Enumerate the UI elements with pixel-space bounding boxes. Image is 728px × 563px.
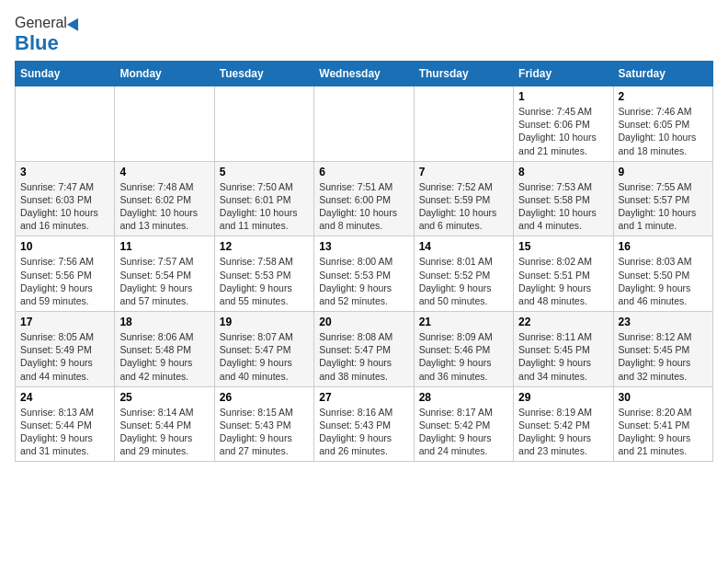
calendar-header: SundayMondayTuesdayWednesdayThursdayFrid… bbox=[16, 62, 713, 86]
calendar-cell: 1Sunrise: 7:45 AM Sunset: 6:06 PM Daylig… bbox=[514, 86, 613, 162]
weekday-header-friday: Friday bbox=[514, 62, 613, 86]
day-info: Sunrise: 7:51 AM Sunset: 6:00 PM Dayligh… bbox=[319, 180, 408, 233]
calendar-cell: 28Sunrise: 8:17 AM Sunset: 5:42 PM Dayli… bbox=[414, 386, 513, 462]
calendar-cell: 23Sunrise: 8:12 AM Sunset: 5:45 PM Dayli… bbox=[613, 312, 712, 387]
day-info: Sunrise: 8:00 AM Sunset: 5:53 PM Dayligh… bbox=[319, 255, 408, 307]
calendar-cell bbox=[115, 86, 214, 162]
day-number: 17 bbox=[20, 316, 109, 328]
day-number: 7 bbox=[419, 166, 508, 178]
weekday-header-tuesday: Tuesday bbox=[214, 62, 313, 86]
calendar-cell: 19Sunrise: 8:07 AM Sunset: 5:47 PM Dayli… bbox=[214, 312, 313, 387]
day-info: Sunrise: 8:07 AM Sunset: 5:47 PM Dayligh… bbox=[220, 330, 309, 383]
day-info: Sunrise: 8:05 AM Sunset: 5:49 PM Dayligh… bbox=[20, 330, 109, 383]
day-number: 2 bbox=[619, 90, 708, 103]
day-info: Sunrise: 8:12 AM Sunset: 5:45 PM Dayligh… bbox=[619, 330, 708, 383]
calendar-cell: 14Sunrise: 8:01 AM Sunset: 5:52 PM Dayli… bbox=[414, 236, 513, 312]
calendar-cell: 9Sunrise: 7:55 AM Sunset: 5:57 PM Daylig… bbox=[613, 161, 712, 236]
day-info: Sunrise: 7:45 AM Sunset: 6:06 PM Dayligh… bbox=[518, 105, 608, 157]
logo-general-text: General bbox=[15, 15, 67, 31]
calendar-cell: 13Sunrise: 8:00 AM Sunset: 5:53 PM Dayli… bbox=[314, 236, 414, 312]
calendar-cell: 16Sunrise: 8:03 AM Sunset: 5:50 PM Dayli… bbox=[613, 236, 712, 312]
calendar-week-2: 3Sunrise: 7:47 AM Sunset: 6:03 PM Daylig… bbox=[16, 161, 713, 236]
day-number: 28 bbox=[419, 391, 508, 404]
day-info: Sunrise: 7:52 AM Sunset: 5:59 PM Dayligh… bbox=[419, 180, 508, 233]
weekday-header-wednesday: Wednesday bbox=[314, 62, 414, 86]
calendar-cell: 22Sunrise: 8:11 AM Sunset: 5:45 PM Dayli… bbox=[514, 312, 613, 387]
calendar-week-4: 17Sunrise: 8:05 AM Sunset: 5:49 PM Dayli… bbox=[16, 312, 713, 387]
day-number: 3 bbox=[20, 166, 109, 178]
day-number: 26 bbox=[220, 391, 309, 404]
day-number: 11 bbox=[119, 240, 209, 253]
day-number: 18 bbox=[119, 316, 209, 328]
calendar-cell: 24Sunrise: 8:13 AM Sunset: 5:44 PM Dayli… bbox=[16, 386, 115, 462]
calendar-cell: 8Sunrise: 7:53 AM Sunset: 5:58 PM Daylig… bbox=[514, 161, 613, 236]
day-info: Sunrise: 7:47 AM Sunset: 6:03 PM Dayligh… bbox=[20, 180, 109, 233]
calendar-cell: 6Sunrise: 7:51 AM Sunset: 6:00 PM Daylig… bbox=[314, 161, 414, 236]
day-info: Sunrise: 8:06 AM Sunset: 5:48 PM Dayligh… bbox=[119, 330, 209, 383]
day-number: 1 bbox=[518, 90, 608, 103]
calendar-cell: 15Sunrise: 8:02 AM Sunset: 5:51 PM Dayli… bbox=[514, 236, 613, 312]
calendar-cell: 20Sunrise: 8:08 AM Sunset: 5:47 PM Dayli… bbox=[314, 312, 414, 387]
day-info: Sunrise: 8:16 AM Sunset: 5:43 PM Dayligh… bbox=[319, 406, 408, 458]
day-number: 5 bbox=[220, 166, 309, 178]
day-info: Sunrise: 8:20 AM Sunset: 5:41 PM Dayligh… bbox=[619, 406, 708, 458]
page-header: General Blue bbox=[15, 15, 713, 55]
day-number: 27 bbox=[319, 391, 408, 404]
day-number: 9 bbox=[619, 166, 708, 178]
day-number: 25 bbox=[119, 391, 209, 404]
day-info: Sunrise: 7:46 AM Sunset: 6:05 PM Dayligh… bbox=[619, 105, 708, 157]
calendar-cell: 7Sunrise: 7:52 AM Sunset: 5:59 PM Daylig… bbox=[414, 161, 513, 236]
weekday-header-sunday: Sunday bbox=[16, 62, 115, 86]
calendar-cell: 12Sunrise: 7:58 AM Sunset: 5:53 PM Dayli… bbox=[214, 236, 313, 312]
day-number: 30 bbox=[619, 391, 708, 404]
logo: General Blue bbox=[15, 15, 82, 55]
day-number: 16 bbox=[619, 240, 708, 253]
logo-blue-text: Blue bbox=[15, 31, 59, 55]
calendar-table: SundayMondayTuesdayWednesdayThursdayFrid… bbox=[15, 61, 713, 462]
day-number: 4 bbox=[119, 166, 209, 178]
day-number: 19 bbox=[220, 316, 309, 328]
day-number: 24 bbox=[20, 391, 109, 404]
day-number: 10 bbox=[20, 240, 109, 253]
day-info: Sunrise: 8:15 AM Sunset: 5:43 PM Dayligh… bbox=[220, 406, 309, 458]
calendar-cell: 21Sunrise: 8:09 AM Sunset: 5:46 PM Dayli… bbox=[414, 312, 513, 387]
calendar-body: 1Sunrise: 7:45 AM Sunset: 6:06 PM Daylig… bbox=[16, 86, 713, 462]
weekday-header-thursday: Thursday bbox=[414, 62, 513, 86]
day-info: Sunrise: 8:09 AM Sunset: 5:46 PM Dayligh… bbox=[419, 330, 508, 383]
day-info: Sunrise: 7:55 AM Sunset: 5:57 PM Dayligh… bbox=[619, 180, 708, 233]
calendar-cell bbox=[414, 86, 513, 162]
weekday-row: SundayMondayTuesdayWednesdayThursdayFrid… bbox=[16, 62, 713, 86]
calendar-cell: 18Sunrise: 8:06 AM Sunset: 5:48 PM Dayli… bbox=[115, 312, 214, 387]
day-info: Sunrise: 8:13 AM Sunset: 5:44 PM Dayligh… bbox=[20, 406, 109, 458]
day-number: 22 bbox=[518, 316, 608, 328]
day-number: 14 bbox=[419, 240, 508, 253]
day-info: Sunrise: 7:57 AM Sunset: 5:54 PM Dayligh… bbox=[119, 255, 209, 307]
calendar-cell: 3Sunrise: 7:47 AM Sunset: 6:03 PM Daylig… bbox=[16, 161, 115, 236]
day-info: Sunrise: 7:50 AM Sunset: 6:01 PM Dayligh… bbox=[220, 180, 309, 233]
day-info: Sunrise: 7:53 AM Sunset: 5:58 PM Dayligh… bbox=[518, 180, 608, 233]
calendar-week-3: 10Sunrise: 7:56 AM Sunset: 5:56 PM Dayli… bbox=[16, 236, 713, 312]
day-info: Sunrise: 8:03 AM Sunset: 5:50 PM Dayligh… bbox=[619, 255, 708, 307]
calendar-cell: 17Sunrise: 8:05 AM Sunset: 5:49 PM Dayli… bbox=[16, 312, 115, 387]
calendar-cell: 29Sunrise: 8:19 AM Sunset: 5:42 PM Dayli… bbox=[514, 386, 613, 462]
day-info: Sunrise: 8:19 AM Sunset: 5:42 PM Dayligh… bbox=[518, 406, 608, 458]
calendar-cell: 4Sunrise: 7:48 AM Sunset: 6:02 PM Daylig… bbox=[115, 161, 214, 236]
calendar-cell: 26Sunrise: 8:15 AM Sunset: 5:43 PM Dayli… bbox=[214, 386, 313, 462]
day-number: 6 bbox=[319, 166, 408, 178]
day-number: 21 bbox=[419, 316, 508, 328]
day-info: Sunrise: 8:08 AM Sunset: 5:47 PM Dayligh… bbox=[319, 330, 408, 383]
calendar-cell: 30Sunrise: 8:20 AM Sunset: 5:41 PM Dayli… bbox=[613, 386, 712, 462]
day-number: 23 bbox=[619, 316, 708, 328]
day-info: Sunrise: 7:48 AM Sunset: 6:02 PM Dayligh… bbox=[119, 180, 209, 233]
calendar-cell: 5Sunrise: 7:50 AM Sunset: 6:01 PM Daylig… bbox=[214, 161, 313, 236]
day-info: Sunrise: 8:14 AM Sunset: 5:44 PM Dayligh… bbox=[119, 406, 209, 458]
weekday-header-saturday: Saturday bbox=[613, 62, 712, 86]
day-info: Sunrise: 8:11 AM Sunset: 5:45 PM Dayligh… bbox=[518, 330, 608, 383]
calendar-cell: 11Sunrise: 7:57 AM Sunset: 5:54 PM Dayli… bbox=[115, 236, 214, 312]
day-number: 20 bbox=[319, 316, 408, 328]
day-info: Sunrise: 7:56 AM Sunset: 5:56 PM Dayligh… bbox=[20, 255, 109, 307]
calendar-cell bbox=[314, 86, 414, 162]
day-number: 29 bbox=[518, 391, 608, 404]
day-number: 15 bbox=[518, 240, 608, 253]
calendar-cell: 25Sunrise: 8:14 AM Sunset: 5:44 PM Dayli… bbox=[115, 386, 214, 462]
